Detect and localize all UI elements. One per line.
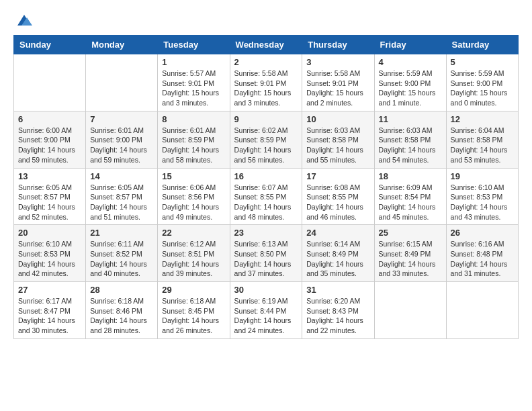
day-number: 26: [451, 228, 514, 238]
calendar-cell: [14, 54, 86, 111]
calendar-cell: 28Sunrise: 6:18 AM Sunset: 8:46 PM Dayli…: [86, 282, 158, 339]
calendar-cell: 21Sunrise: 6:11 AM Sunset: 8:52 PM Dayli…: [86, 225, 158, 282]
logo-icon: [15, 13, 34, 28]
calendar-cell: 18Sunrise: 6:09 AM Sunset: 8:54 PM Dayli…: [374, 168, 446, 225]
day-info: Sunrise: 6:00 AM Sunset: 9:00 PM Dayligh…: [18, 126, 81, 165]
day-info: Sunrise: 5:58 AM Sunset: 9:01 PM Dayligh…: [234, 68, 298, 108]
week-row-1: 1Sunrise: 5:57 AM Sunset: 9:01 PM Daylig…: [14, 54, 519, 111]
calendar-cell: 12Sunrise: 6:04 AM Sunset: 8:58 PM Dayli…: [446, 111, 518, 168]
calendar-cell: 31Sunrise: 6:20 AM Sunset: 8:43 PM Dayli…: [302, 282, 374, 339]
day-number: 31: [306, 285, 369, 295]
day-info: Sunrise: 6:03 AM Sunset: 8:58 PM Dayligh…: [306, 126, 369, 165]
calendar-cell: [446, 282, 518, 339]
column-header-wednesday: Wednesday: [230, 36, 302, 54]
day-number: 24: [306, 228, 369, 238]
day-number: 9: [234, 114, 298, 124]
day-number: 30: [234, 285, 298, 295]
calendar-cell: 17Sunrise: 6:08 AM Sunset: 8:55 PM Dayli…: [302, 168, 374, 225]
column-header-sunday: Sunday: [14, 36, 86, 54]
day-number: 22: [162, 228, 225, 238]
day-number: 17: [306, 171, 369, 181]
day-info: Sunrise: 6:15 AM Sunset: 8:49 PM Dayligh…: [379, 239, 442, 279]
day-info: Sunrise: 6:07 AM Sunset: 8:55 PM Dayligh…: [234, 183, 298, 222]
calendar-cell: 3Sunrise: 5:58 AM Sunset: 9:01 PM Daylig…: [302, 54, 374, 111]
calendar-cell: 8Sunrise: 6:01 AM Sunset: 8:59 PM Daylig…: [158, 111, 230, 168]
week-row-3: 13Sunrise: 6:05 AM Sunset: 8:57 PM Dayli…: [14, 168, 519, 225]
calendar-cell: 20Sunrise: 6:10 AM Sunset: 8:53 PM Dayli…: [14, 225, 86, 282]
day-info: Sunrise: 6:05 AM Sunset: 8:57 PM Dayligh…: [90, 183, 153, 222]
day-number: 25: [379, 228, 442, 238]
day-info: Sunrise: 6:01 AM Sunset: 8:59 PM Dayligh…: [162, 126, 225, 165]
calendar-table: SundayMondayTuesdayWednesdayThursdayFrid…: [13, 35, 519, 339]
column-header-saturday: Saturday: [446, 36, 518, 54]
day-number: 11: [379, 114, 442, 124]
week-row-5: 27Sunrise: 6:17 AM Sunset: 8:47 PM Dayli…: [14, 282, 519, 339]
day-info: Sunrise: 6:08 AM Sunset: 8:55 PM Dayligh…: [306, 183, 369, 222]
column-header-friday: Friday: [374, 36, 446, 54]
day-info: Sunrise: 5:58 AM Sunset: 9:01 PM Dayligh…: [306, 68, 369, 108]
calendar-cell: 7Sunrise: 6:01 AM Sunset: 9:00 PM Daylig…: [86, 111, 158, 168]
day-number: 3: [306, 57, 369, 67]
week-row-4: 20Sunrise: 6:10 AM Sunset: 8:53 PM Dayli…: [14, 225, 519, 282]
calendar-cell: [374, 282, 446, 339]
day-info: Sunrise: 6:13 AM Sunset: 8:50 PM Dayligh…: [234, 239, 298, 279]
day-number: 4: [379, 57, 442, 67]
day-number: 14: [90, 171, 153, 181]
day-number: 28: [90, 285, 153, 295]
day-number: 18: [379, 171, 442, 181]
calendar-cell: 6Sunrise: 6:00 AM Sunset: 9:00 PM Daylig…: [14, 111, 86, 168]
day-number: 21: [90, 228, 153, 238]
day-info: Sunrise: 6:19 AM Sunset: 8:44 PM Dayligh…: [234, 296, 298, 336]
calendar-cell: 22Sunrise: 6:12 AM Sunset: 8:51 PM Dayli…: [158, 225, 230, 282]
calendar-cell: 30Sunrise: 6:19 AM Sunset: 8:44 PM Dayli…: [230, 282, 302, 339]
day-info: Sunrise: 5:59 AM Sunset: 9:00 PM Dayligh…: [379, 68, 442, 108]
day-info: Sunrise: 6:20 AM Sunset: 8:43 PM Dayligh…: [306, 296, 369, 336]
day-info: Sunrise: 6:17 AM Sunset: 8:47 PM Dayligh…: [18, 296, 81, 336]
day-number: 8: [162, 114, 225, 124]
day-number: 12: [451, 114, 514, 124]
day-number: 15: [162, 171, 225, 181]
column-header-thursday: Thursday: [302, 36, 374, 54]
day-info: Sunrise: 6:04 AM Sunset: 8:58 PM Dayligh…: [451, 126, 514, 165]
day-info: Sunrise: 5:57 AM Sunset: 9:01 PM Dayligh…: [162, 68, 225, 108]
day-info: Sunrise: 6:18 AM Sunset: 8:45 PM Dayligh…: [162, 296, 225, 336]
logo: [13, 13, 34, 28]
calendar-cell: 19Sunrise: 6:10 AM Sunset: 8:53 PM Dayli…: [446, 168, 518, 225]
day-number: 23: [234, 228, 298, 238]
calendar-cell: 29Sunrise: 6:18 AM Sunset: 8:45 PM Dayli…: [158, 282, 230, 339]
calendar-cell: 13Sunrise: 6:05 AM Sunset: 8:57 PM Dayli…: [14, 168, 86, 225]
calendar-cell: [86, 54, 158, 111]
day-number: 29: [162, 285, 225, 295]
day-info: Sunrise: 6:18 AM Sunset: 8:46 PM Dayligh…: [90, 296, 153, 336]
day-info: Sunrise: 6:12 AM Sunset: 8:51 PM Dayligh…: [162, 239, 225, 279]
day-number: 27: [18, 285, 81, 295]
day-number: 16: [234, 171, 298, 181]
calendar-cell: 27Sunrise: 6:17 AM Sunset: 8:47 PM Dayli…: [14, 282, 86, 339]
day-number: 19: [451, 171, 514, 181]
day-info: Sunrise: 6:11 AM Sunset: 8:52 PM Dayligh…: [90, 239, 153, 279]
day-info: Sunrise: 6:02 AM Sunset: 8:59 PM Dayligh…: [234, 126, 298, 165]
day-number: 2: [234, 57, 298, 67]
calendar-cell: 2Sunrise: 5:58 AM Sunset: 9:01 PM Daylig…: [230, 54, 302, 111]
calendar-cell: 9Sunrise: 6:02 AM Sunset: 8:59 PM Daylig…: [230, 111, 302, 168]
day-info: Sunrise: 6:06 AM Sunset: 8:56 PM Dayligh…: [162, 183, 225, 222]
calendar-cell: 1Sunrise: 5:57 AM Sunset: 9:01 PM Daylig…: [158, 54, 230, 111]
day-info: Sunrise: 6:14 AM Sunset: 8:49 PM Dayligh…: [306, 239, 369, 279]
day-number: 1: [162, 57, 225, 67]
day-number: 20: [18, 228, 81, 238]
day-info: Sunrise: 6:10 AM Sunset: 8:53 PM Dayligh…: [18, 239, 81, 279]
day-info: Sunrise: 6:09 AM Sunset: 8:54 PM Dayligh…: [379, 183, 442, 222]
calendar-cell: 23Sunrise: 6:13 AM Sunset: 8:50 PM Dayli…: [230, 225, 302, 282]
calendar-cell: 4Sunrise: 5:59 AM Sunset: 9:00 PM Daylig…: [374, 54, 446, 111]
page-header: [13, 13, 519, 28]
column-header-monday: Monday: [86, 36, 158, 54]
day-info: Sunrise: 6:16 AM Sunset: 8:48 PM Dayligh…: [451, 239, 514, 279]
calendar-cell: 14Sunrise: 6:05 AM Sunset: 8:57 PM Dayli…: [86, 168, 158, 225]
calendar-cell: 24Sunrise: 6:14 AM Sunset: 8:49 PM Dayli…: [302, 225, 374, 282]
calendar-header-row: SundayMondayTuesdayWednesdayThursdayFrid…: [14, 36, 519, 54]
calendar-cell: 5Sunrise: 5:59 AM Sunset: 9:00 PM Daylig…: [446, 54, 518, 111]
calendar-cell: 11Sunrise: 6:03 AM Sunset: 8:58 PM Dayli…: [374, 111, 446, 168]
day-info: Sunrise: 6:01 AM Sunset: 9:00 PM Dayligh…: [90, 126, 153, 165]
week-row-2: 6Sunrise: 6:00 AM Sunset: 9:00 PM Daylig…: [14, 111, 519, 168]
column-header-tuesday: Tuesday: [158, 36, 230, 54]
